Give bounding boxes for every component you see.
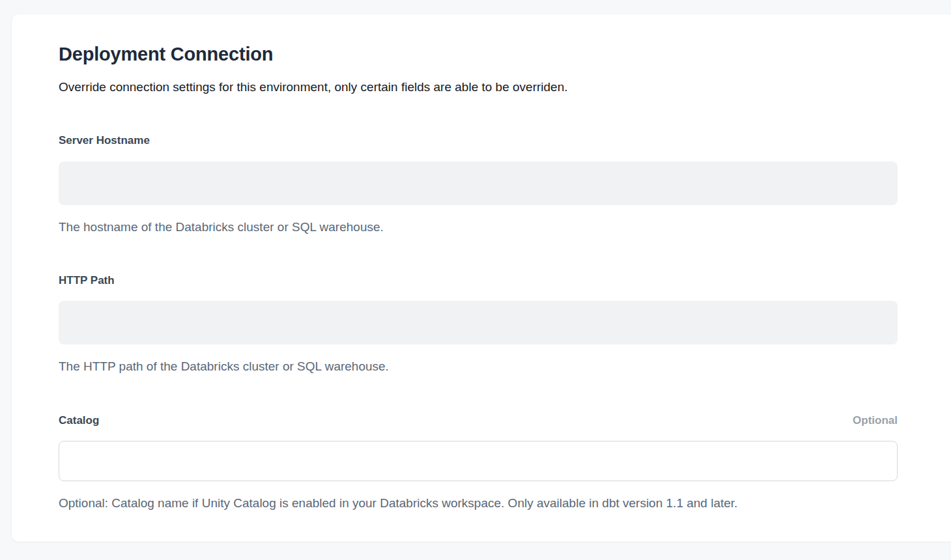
http-path-label: HTTP Path [59, 273, 115, 288]
label-row: HTTP Path [59, 273, 898, 288]
label-row: Catalog Optional [59, 413, 898, 428]
catalog-helper-text: Optional: Catalog name if Unity Catalog … [59, 496, 898, 512]
page-subtitle: Override connection settings for this en… [59, 79, 898, 96]
page-title: Deployment Connection [59, 43, 898, 66]
server-hostname-label: Server Hostname [59, 133, 150, 148]
server-hostname-helper-text: The hostname of the Databricks cluster o… [59, 219, 898, 236]
card-content: Deployment Connection Override connectio… [12, 14, 898, 512]
http-path-input [59, 301, 898, 344]
label-row: Server Hostname [59, 133, 898, 148]
field-catalog: Catalog Optional Optional: Catalog name … [59, 413, 898, 512]
field-http-path: HTTP Path The HTTP path of the Databrick… [59, 273, 898, 375]
catalog-optional-badge: Optional [853, 414, 898, 427]
server-hostname-input [59, 161, 898, 205]
catalog-input[interactable] [59, 441, 898, 481]
deployment-connection-card: Deployment Connection Override connectio… [12, 14, 951, 542]
catalog-label: Catalog [59, 413, 99, 428]
http-path-helper-text: The HTTP path of the Databricks cluster … [59, 359, 898, 375]
field-server-hostname: Server Hostname The hostname of the Data… [59, 133, 898, 235]
